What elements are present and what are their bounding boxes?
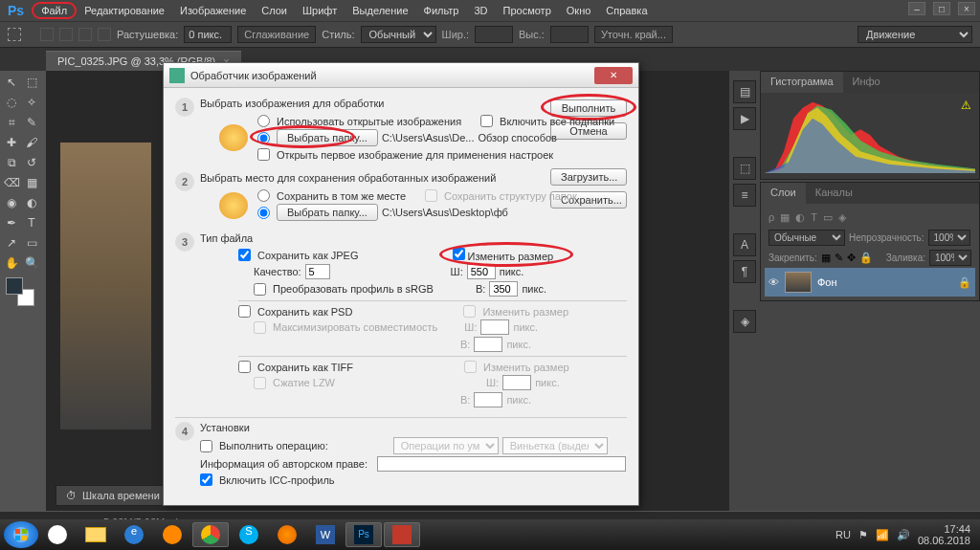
task-yandex-icon[interactable] [39, 522, 76, 547]
type-tool-icon[interactable]: T [22, 213, 41, 232]
panel-icon[interactable]: ◈ [733, 310, 756, 333]
task-word-icon[interactable]: W [307, 522, 344, 547]
select-folder-radio[interactable] [257, 132, 270, 144]
menu-image[interactable]: Изображение [172, 3, 254, 18]
color-swatch[interactable] [6, 277, 34, 306]
gradient-tool-icon[interactable]: ▦ [22, 173, 41, 192]
shape-tool-icon[interactable]: ▭ [22, 233, 41, 253]
move-tool-icon[interactable]: ↖ [2, 73, 21, 92]
copyright-input[interactable] [377, 456, 626, 472]
same-place-radio[interactable] [257, 189, 270, 202]
panel-icon[interactable]: ⬚ [733, 157, 756, 180]
select-src-folder-button[interactable]: Выбрать папку... [277, 129, 378, 146]
marquee-tool-icon[interactable]: ⬚ [22, 73, 41, 92]
tray-lang[interactable]: RU [835, 529, 851, 540]
blur-tool-icon[interactable]: ◉ [2, 193, 21, 212]
menu-edit[interactable]: Редактирование [77, 3, 172, 18]
task-app-icon[interactable] [384, 522, 420, 547]
task-skype-icon[interactable]: S [231, 522, 267, 547]
eraser-tool-icon[interactable]: ⌫ [2, 173, 21, 192]
task-photoshop-icon[interactable]: Ps [345, 522, 382, 547]
jpeg-height-input[interactable] [489, 281, 518, 297]
eyedropper-tool-icon[interactable]: ✎ [22, 113, 41, 132]
run-action-checkbox[interactable] [200, 440, 212, 452]
panel-icon[interactable]: ▶ [733, 107, 756, 130]
sub-sel-icon[interactable] [78, 28, 92, 41]
path-tool-icon[interactable]: ↗ [2, 233, 21, 253]
tray-volume-icon[interactable]: 🔊 [897, 529, 910, 541]
history-brush-icon[interactable]: ↺ [22, 153, 41, 172]
task-chrome-icon[interactable] [192, 522, 229, 547]
layer-row[interactable]: 👁 Фон 🔒 [765, 268, 975, 297]
dodge-tool-icon[interactable]: ◐ [22, 193, 41, 212]
start-button[interactable] [4, 521, 38, 548]
style-select[interactable]: Обычный [361, 26, 436, 43]
filter-type-icon[interactable]: T [811, 211, 817, 224]
save-tiff-checkbox[interactable] [238, 361, 251, 373]
filter-adj-icon[interactable]: ◐ [795, 211, 805, 224]
crop-tool-icon[interactable]: ⌗ [2, 113, 21, 132]
stamp-tool-icon[interactable]: ⧉ [2, 153, 21, 172]
tab-histogram[interactable]: Гистограмма [761, 72, 843, 93]
minimize-icon[interactable]: – [908, 2, 925, 15]
menu-select[interactable]: Выделение [345, 3, 415, 18]
menu-window[interactable]: Окно [559, 3, 599, 18]
open-first-checkbox[interactable] [257, 148, 270, 161]
tray-network-icon[interactable]: 📶 [876, 529, 889, 541]
dialog-close-button[interactable]: ✕ [594, 67, 633, 84]
new-sel-icon[interactable] [40, 28, 54, 41]
save-psd-checkbox[interactable] [238, 305, 251, 318]
int-sel-icon[interactable] [98, 28, 111, 41]
menu-help[interactable]: Справка [598, 3, 655, 18]
document-canvas[interactable] [60, 143, 151, 429]
hand-tool-icon[interactable]: ✋ [2, 253, 21, 273]
fill-select[interactable]: 100% [929, 250, 971, 266]
blend-mode-select[interactable]: Обычные [768, 230, 845, 246]
include-sub-checkbox[interactable] [480, 115, 493, 127]
lasso-tool-icon[interactable]: ◌ [2, 93, 21, 112]
tray-flag-icon[interactable]: ⚑ [858, 529, 868, 541]
lock-position-icon[interactable]: ✥ [847, 252, 856, 264]
maximize-icon[interactable]: □ [933, 2, 950, 15]
resize-jpeg-checkbox[interactable] [453, 248, 465, 260]
tab-channels[interactable]: Каналы [806, 183, 862, 204]
task-explorer-icon[interactable] [78, 522, 114, 547]
panel-icon[interactable]: ¶ [733, 260, 756, 283]
srgb-checkbox[interactable] [254, 283, 266, 296]
close-icon[interactable]: × [958, 2, 975, 15]
workspace-select[interactable]: Движение [858, 26, 972, 43]
tray-clock[interactable]: 17:4408.06.2018 [918, 523, 970, 546]
refine-edge-button[interactable]: Уточн. край... [594, 26, 673, 43]
task-wmp-icon[interactable] [154, 522, 190, 547]
heal-tool-icon[interactable]: ✚ [2, 133, 21, 152]
zoom-tool-icon[interactable]: 🔍 [22, 253, 41, 273]
select-dest-folder-button[interactable]: Выбрать папку... [277, 204, 378, 221]
icc-checkbox[interactable] [200, 473, 212, 486]
menu-view[interactable]: Просмотр [496, 3, 559, 18]
task-ie-icon[interactable]: e [116, 522, 152, 547]
add-sel-icon[interactable] [59, 28, 73, 41]
marquee-tool-icon[interactable] [8, 28, 21, 41]
panel-icon[interactable]: ▤ [733, 80, 756, 103]
menu-type[interactable]: Шрифт [295, 3, 345, 18]
filter-kind-icon[interactable]: ρ [768, 211, 774, 224]
dialog-titlebar[interactable]: Обработчик изображений ✕ [164, 63, 638, 88]
jpeg-width-input[interactable] [467, 264, 496, 279]
menu-3d[interactable]: 3D [466, 3, 495, 18]
lock-transparent-icon[interactable]: ▦ [821, 252, 831, 264]
brush-tool-icon[interactable]: 🖌 [22, 133, 41, 152]
wand-tool-icon[interactable]: ✧ [22, 93, 41, 112]
tab-info[interactable]: Инфо [843, 72, 890, 93]
layer-thumbnail[interactable] [785, 272, 812, 293]
visibility-icon[interactable]: 👁 [768, 276, 779, 288]
use-open-radio[interactable] [257, 115, 270, 127]
filter-pixel-icon[interactable]: ▦ [780, 211, 790, 224]
quality-input[interactable] [305, 264, 330, 279]
filter-smart-icon[interactable]: ◈ [838, 211, 846, 224]
panel-icon[interactable]: ≡ [733, 184, 756, 207]
save-jpeg-checkbox[interactable] [238, 249, 251, 261]
panel-icon[interactable]: A [733, 233, 756, 256]
select-dest-radio[interactable] [257, 207, 270, 219]
tab-layers[interactable]: Слои [761, 183, 806, 204]
lock-pixels-icon[interactable]: ✎ [835, 252, 843, 264]
